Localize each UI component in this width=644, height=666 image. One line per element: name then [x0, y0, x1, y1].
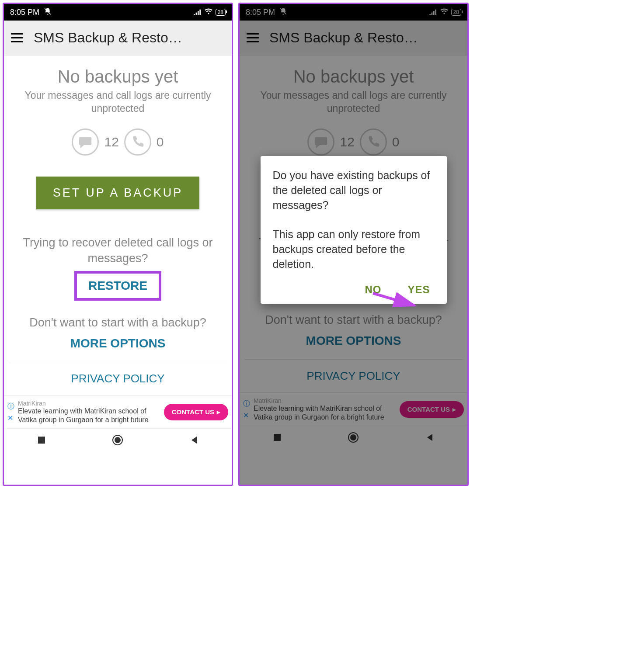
phone-icon	[124, 128, 151, 156]
privacy-policy-link[interactable]: PRIVACY POLICY	[8, 362, 227, 395]
home-button[interactable]	[112, 434, 123, 447]
confirm-dialog: Do you have existing backups of the dele…	[261, 156, 447, 304]
ad-description: Elevate learning with MatriKiran school …	[254, 404, 396, 421]
subtitle-text: Your messages and call logs are currentl…	[244, 89, 463, 115]
battery-icon: 28	[451, 9, 461, 16]
status-bar: 8:05 PM 28	[240, 4, 467, 21]
recent-apps-button[interactable]	[273, 433, 282, 444]
chevron-right-icon: ▸	[453, 406, 456, 413]
svg-rect-1	[38, 437, 45, 444]
message-icon	[307, 128, 334, 156]
privacy-policy-link[interactable]: PRIVACY POLICY	[244, 360, 463, 392]
mute-icon	[279, 7, 287, 17]
ad-info-icon[interactable]: ⓘ	[7, 402, 14, 411]
phone-screenshot-right: 8:05 PM 28 SMS Backup & Resto… No backup…	[238, 3, 469, 486]
dont-want-prompt: Don't want to start with a backup?	[8, 315, 227, 330]
more-options-button[interactable]: MORE OPTIONS	[70, 336, 166, 350]
ad-close-icon[interactable]: ✕	[243, 411, 250, 420]
message-count: 12	[340, 135, 354, 149]
home-button[interactable]	[348, 432, 359, 445]
system-nav-bar	[240, 426, 467, 450]
no-backups-heading: No backups yet	[244, 67, 463, 87]
menu-icon[interactable]	[11, 33, 23, 42]
call-count: 0	[157, 135, 164, 149]
restore-button[interactable]: RESTORE	[80, 275, 155, 296]
ad-brand: MatriKiran	[254, 397, 396, 404]
battery-icon: 28	[216, 9, 226, 16]
svg-point-7	[350, 434, 356, 441]
app-bar: SMS Backup & Resto…	[4, 21, 232, 56]
wifi-icon	[440, 8, 449, 17]
dialog-message: Do you have existing backups of the dele…	[273, 168, 435, 271]
more-options-button[interactable]: MORE OPTIONS	[306, 334, 401, 348]
no-backups-heading: No backups yet	[8, 67, 227, 87]
ad-cta-button[interactable]: CONTACT US ▸	[164, 404, 228, 420]
counts-row: 12 0	[8, 128, 227, 156]
svg-point-3	[115, 437, 121, 443]
status-bar: 8:05 PM 28	[4, 4, 232, 21]
phone-screenshot-left: 8:05 PM 28 SMS Backup & Resto… No backup…	[3, 3, 233, 486]
counts-row: 12 0	[244, 128, 463, 156]
ad-brand: MatriKiran	[18, 400, 160, 407]
back-button[interactable]	[425, 433, 434, 444]
back-button[interactable]	[190, 436, 198, 446]
message-icon	[72, 128, 99, 156]
svg-rect-5	[274, 434, 281, 441]
status-time: 8:05 PM	[246, 8, 275, 17]
mute-icon	[44, 7, 52, 17]
ad-banner[interactable]: ⓘ ✕ MatriKiran Elevate learning with Mat…	[4, 395, 232, 428]
phone-icon	[360, 128, 387, 156]
wifi-icon	[204, 8, 213, 17]
app-bar: SMS Backup & Resto…	[240, 21, 467, 56]
recover-prompt: Trying to recover deleted call logs or m…	[8, 235, 227, 267]
ad-cta-button[interactable]: CONTACT US ▸	[400, 401, 464, 418]
ad-close-icon[interactable]: ✕	[7, 414, 14, 422]
status-time: 8:05 PM	[10, 8, 39, 17]
signal-icon	[194, 8, 202, 17]
main-content: No backups yet Your messages and call lo…	[4, 56, 232, 395]
system-nav-bar	[4, 428, 232, 453]
menu-icon[interactable]	[247, 33, 259, 42]
chevron-right-icon: ▸	[217, 408, 220, 416]
recent-apps-button[interactable]	[37, 436, 46, 446]
dialog-yes-button[interactable]: YES	[407, 284, 430, 296]
signal-icon	[429, 8, 437, 17]
ad-info-icon[interactable]: ⓘ	[243, 399, 250, 409]
restore-highlight-annotation: RESTORE	[74, 271, 161, 301]
subtitle-text: Your messages and call logs are currentl…	[8, 89, 227, 115]
dont-want-prompt: Don't want to start with a backup?	[244, 312, 463, 328]
ad-banner[interactable]: ⓘ ✕ MatriKiran Elevate learning with Mat…	[240, 392, 467, 426]
setup-backup-button[interactable]: SET UP A BACKUP	[36, 177, 200, 209]
ad-description: Elevate learning with MatriKiran school …	[18, 407, 160, 423]
dialog-no-button[interactable]: NO	[365, 284, 381, 296]
message-count: 12	[104, 135, 118, 149]
app-title: SMS Backup & Resto…	[34, 30, 225, 46]
call-count: 0	[392, 135, 400, 149]
app-title: SMS Backup & Resto…	[269, 30, 460, 46]
